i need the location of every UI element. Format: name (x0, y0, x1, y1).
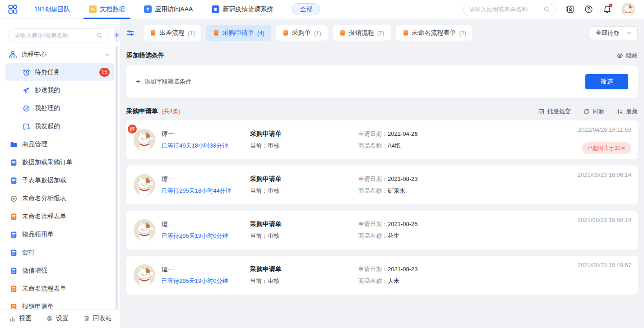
refresh-button[interactable]: 刷新 (583, 107, 604, 115)
date-value: 2021-08-25 (388, 221, 418, 227)
meta-column: 2021/08/23 16:06:14 (555, 166, 631, 204)
sidebar-item-unnamed-process-form-2[interactable]: 未命名流程表单 (5, 280, 114, 298)
tab-purchase-request[interactable]: 采购申请单 (4) (206, 25, 271, 41)
add-field-label: 添加字段筛选条件 (144, 78, 191, 86)
tab-label: 采购单 (292, 29, 311, 37)
footer-label: 设置 (56, 314, 69, 323)
global-search-input[interactable] (469, 6, 540, 13)
date-label: 申请日期： (358, 266, 388, 273)
document-icon (10, 231, 18, 239)
sidebar-item-template-print[interactable]: 套打 (5, 244, 114, 262)
hide-filter-button[interactable]: 隐藏 (616, 51, 638, 60)
views-button[interactable]: 视图 (9, 314, 32, 323)
filter-submit-button[interactable]: 筛选 (585, 74, 628, 89)
sidebar-item-product-management[interactable]: 商品管理 (5, 135, 114, 153)
task-card[interactable]: 谭一 已等待295天19小时0分钟 采购申请单 当前：审核 申请日期：2021-… (126, 211, 638, 249)
action-label: 批量提交 (547, 107, 571, 115)
recycle-bin-button[interactable]: 回收站 (83, 314, 112, 323)
scope-select[interactable]: 全部待办 (590, 26, 638, 40)
sidebar-item-data-load-purchase-order[interactable]: 数据加载采购订单 (5, 153, 114, 171)
workspace-tab-covid-system[interactable]: 新冠疫情流调系统 (212, 0, 273, 19)
sidebar-item-item-requisition[interactable]: 物品领用单 (5, 226, 114, 244)
sidebar-item-label: 待办任务 (35, 68, 60, 76)
waiting-time: 已等待295天18小时44分钟 (162, 187, 250, 195)
app-launcher-icon[interactable] (8, 5, 18, 14)
detail-column: 申请日期：2022-04-26 商品名称：A4纸 (358, 130, 555, 150)
task-card[interactable]: 谭一 已等待295天18小时44分钟 采购申请单 当前：审核 申请日期：2021… (126, 166, 638, 204)
help-icon[interactable] (584, 5, 593, 14)
task-card[interactable]: 谭一 已等待295天19小时0分钟 采购申请单 当前：审核 申请日期：2021-… (126, 256, 638, 295)
all-apps-pill[interactable]: 全部 (292, 3, 320, 15)
sitemap-icon (9, 51, 17, 59)
sidebar-item-unnamed-process-form[interactable]: 未命名流程表单 (5, 208, 114, 226)
app-access-icon (144, 5, 152, 13)
settings-button[interactable]: 设置 (46, 314, 69, 323)
sidebar-item-unnamed-analysis-report[interactable]: 未命名分析报表 (5, 189, 114, 208)
sidebar-item-wechat-enhance[interactable]: 微信增强 (5, 262, 114, 280)
all-apps-label: 全部 (300, 5, 312, 14)
timestamp: 2022/04/26 16:11:59 (578, 126, 631, 133)
item-label: 商品名称： (358, 277, 388, 284)
global-search[interactable] (463, 3, 556, 16)
list-title: 采购申请单 (126, 107, 158, 115)
date-value: 2022-04-26 (388, 130, 418, 137)
task-card[interactable]: 催 谭一 已等待49天18小时38分钟 采购申请单 当前：审核 申请日期：202… (126, 120, 638, 159)
sidebar-item-label: 未命名流程表单 (22, 285, 66, 293)
sidebar-scrollbar[interactable] (116, 46, 118, 311)
form-title: 采购申请单 (250, 130, 358, 138)
document-icon (10, 249, 18, 257)
tab-purchase-order[interactable]: 采购单 (1) (276, 25, 328, 41)
applicant-column: 谭一 已等待295天18小时44分钟 (162, 176, 250, 195)
trash-icon (83, 315, 90, 322)
filter-section-header: 添加筛选条件 隐藏 (126, 51, 638, 60)
search-icon (543, 6, 550, 13)
sidebar-item-initiated-by-me[interactable]: 我发起的 (5, 117, 114, 135)
current-step: 当前：审核 (250, 187, 358, 195)
sidebar-search[interactable] (8, 28, 109, 42)
sidebar-footer: 视图 设置 回收站 (0, 309, 120, 328)
chevron-down-icon[interactable] (105, 52, 111, 58)
avatar-wrap: 催 (134, 129, 155, 151)
workspace-tab-doc-data[interactable]: 文档数据 (89, 0, 125, 19)
notifications-bell-icon[interactable] (603, 5, 612, 14)
sidebar-item-cc-to-me[interactable]: 抄送我的 (5, 81, 114, 99)
bar-chart-icon (9, 315, 16, 322)
item-label: 商品名称： (358, 232, 388, 239)
sort-newest-button[interactable]: 最新 (616, 107, 638, 115)
tab-business-trip-process[interactable]: 出差流程 (1) (143, 25, 202, 41)
form-column: 采购申请单 当前：审核 (250, 220, 358, 240)
sidebar-item-label: 物品领用单 (22, 231, 54, 239)
scope-select-value: 全部待办 (596, 29, 619, 37)
workspace-team[interactable]: 191创建团队 (34, 0, 70, 19)
sidebar-item-label: 商品管理 (22, 140, 47, 148)
tab-expense-process[interactable]: 报销流程 (7) (333, 25, 391, 41)
contacts-icon[interactable] (566, 5, 575, 14)
action-label: 最新 (626, 107, 638, 115)
form-column: 采购申请单 当前：审核 (250, 265, 358, 285)
document-icon (10, 285, 18, 293)
sidebar-item-processed-by-me[interactable]: 我处理的 (5, 99, 114, 117)
user-avatar[interactable] (621, 3, 635, 16)
waiting-time: 已等待295天19小时0分钟 (162, 232, 250, 240)
avatar (134, 264, 155, 286)
sidebar-item-todo-tasks[interactable]: 待办任务 15 (5, 63, 114, 81)
add-form-button[interactable]: + (114, 28, 120, 42)
batch-submit-button[interactable]: 批量提交 (538, 107, 571, 115)
sidebar-item-subform-data-load[interactable]: 子表单数据加载 (5, 171, 114, 189)
sidebar-item-process-center[interactable]: 流程中心 (5, 46, 114, 63)
timestamp: 2021/08/23 15:49:57 (578, 262, 631, 268)
tab-count: (2) (459, 30, 467, 37)
panel-toggle-icon[interactable] (126, 29, 134, 37)
sidebar-tree: 流程中心 待办任务 15 (0, 46, 120, 316)
tab-unnamed-process-form[interactable]: 未命名流程表单 (2) (396, 25, 473, 41)
tab-label: 采购申请单 (222, 29, 254, 37)
topbar: 191创建团队 文档数据 应用访问AAA 新冠疫情流调系统 全部 (0, 0, 644, 19)
workspace-tab-app-access[interactable]: 应用访问AAA (144, 0, 193, 19)
item-label: 商品名称： (358, 187, 388, 194)
sidebar-search-input[interactable] (14, 32, 93, 39)
current-step: 当前：审核 (250, 277, 358, 285)
plus-icon: + (114, 31, 120, 40)
applicant-name: 谭一 (162, 130, 250, 139)
applicant-name: 谭一 (162, 221, 250, 229)
add-field-filter-button[interactable]: + 添加字段筛选条件 (136, 77, 191, 86)
